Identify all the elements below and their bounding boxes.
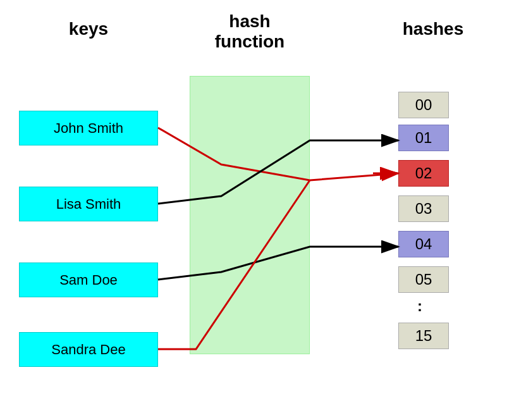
key-lisa-smith: Lisa Smith — [19, 187, 158, 221]
hash-15: 15 — [398, 323, 449, 349]
hash-04: 04 — [398, 231, 449, 257]
hash-diagram: keys hashfunction hashes John Smith Lisa… — [0, 0, 526, 420]
hash-00: 00 — [398, 92, 449, 118]
function-header: hashfunction — [187, 11, 313, 52]
keys-header: keys — [19, 19, 158, 39]
hash-function-box — [190, 76, 310, 354]
hash-05: 05 — [398, 266, 449, 293]
key-sam-doe: Sam Doe — [19, 262, 158, 297]
key-sandra-dee: Sandra Dee — [19, 332, 158, 367]
key-john-smith: John Smith — [19, 111, 158, 145]
hash-01: 01 — [398, 125, 449, 151]
hash-colon: : — [417, 297, 422, 315]
hashes-header: hashes — [386, 19, 480, 39]
hash-03: 03 — [398, 195, 449, 222]
hash-02: 02 — [398, 160, 449, 187]
